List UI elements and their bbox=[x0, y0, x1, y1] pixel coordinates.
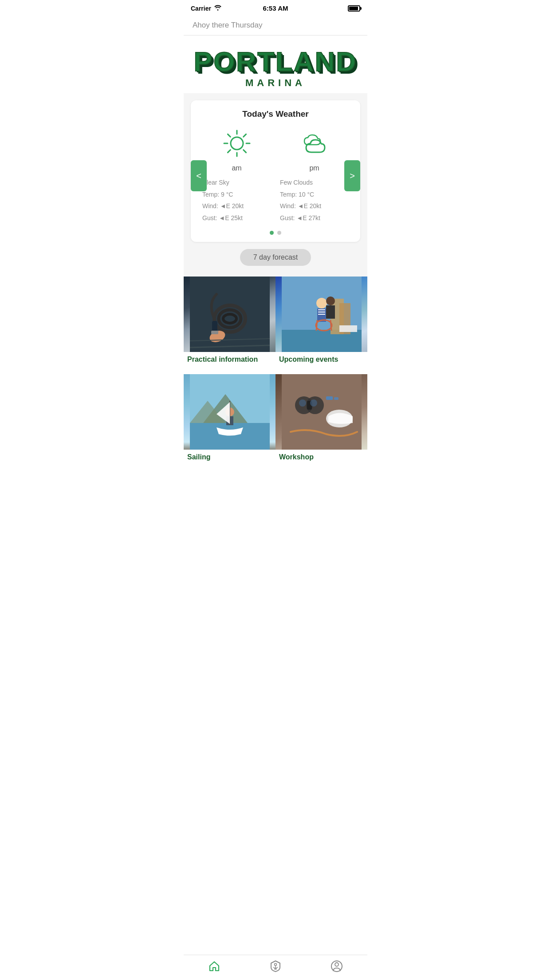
svg-point-44 bbox=[299, 399, 306, 407]
svg-line-8 bbox=[228, 150, 230, 153]
weather-panels-wrapper: < bbox=[198, 128, 353, 224]
dot-1 bbox=[270, 231, 274, 235]
weather-panels: am Clear Sky Temp: 9 °C Wind: ◄E 20kt Gu… bbox=[198, 128, 353, 224]
battery-icon bbox=[348, 5, 360, 12]
svg-line-6 bbox=[243, 150, 246, 153]
weather-pm-details: Few Clouds Temp: 10 °C Wind: ◄E 20kt Gus… bbox=[280, 177, 349, 224]
status-bar-right bbox=[348, 5, 360, 12]
weather-dots bbox=[198, 231, 353, 235]
tile-sailing[interactable]: Sailing bbox=[184, 374, 276, 472]
weather-title: Today's Weather bbox=[198, 109, 353, 119]
svg-point-45 bbox=[310, 399, 317, 407]
weather-am-wind: Wind: ◄E 20kt bbox=[202, 200, 271, 212]
weather-am-temp: Temp: 9 °C bbox=[202, 189, 271, 201]
svg-rect-14 bbox=[212, 321, 217, 332]
svg-rect-40 bbox=[282, 374, 362, 450]
cloud-icon-container bbox=[280, 128, 349, 161]
svg-rect-15 bbox=[211, 331, 218, 334]
svg-rect-36 bbox=[190, 423, 270, 450]
tile-img-sailing bbox=[184, 374, 276, 450]
forecast-button[interactable]: 7 day forecast bbox=[240, 249, 311, 266]
svg-line-29 bbox=[331, 320, 331, 331]
status-bar-left: Carrier bbox=[191, 4, 222, 12]
rope-illustration bbox=[190, 277, 270, 352]
weather-panel-am: am Clear Sky Temp: 9 °C Wind: ◄E 20kt Gu… bbox=[198, 128, 276, 224]
weather-panel-pm: pm Few Clouds Temp: 10 °C Wind: ◄E 20kt … bbox=[276, 128, 353, 224]
cloud-icon bbox=[295, 128, 335, 159]
weather-prev-button[interactable]: < bbox=[191, 160, 207, 191]
weather-pm-condition: Few Clouds bbox=[280, 177, 349, 189]
tile-label-workshop: Workshop bbox=[276, 450, 367, 466]
tile-img-workshop bbox=[276, 374, 367, 450]
status-bar-time: 6:53 AM bbox=[263, 4, 288, 12]
greeting-text: Ahoy there Thursday bbox=[193, 21, 263, 29]
wifi-icon bbox=[214, 4, 222, 12]
workshop-illustration bbox=[282, 374, 362, 450]
weather-pm-temp: Temp: 10 °C bbox=[280, 189, 349, 201]
dot-2 bbox=[277, 231, 281, 235]
tile-events[interactable]: Upcoming events bbox=[276, 277, 367, 374]
sailing-illustration bbox=[190, 374, 270, 450]
weather-pm-gust: Gust: ◄E 27kt bbox=[280, 212, 349, 224]
weather-am-details: Clear Sky Temp: 9 °C Wind: ◄E 20kt Gust:… bbox=[202, 177, 271, 224]
tiles-grid: Practical information bbox=[184, 277, 367, 472]
weather-card: Today's Weather < bbox=[191, 100, 360, 242]
logo-title: PORTLAND bbox=[193, 48, 358, 75]
tile-img-rope bbox=[184, 277, 276, 352]
status-bar: Carrier 6:53 AM bbox=[184, 0, 367, 15]
sun-icon bbox=[219, 128, 255, 159]
tile-label-practical: Practical information bbox=[184, 352, 276, 369]
forecast-button-wrap: 7 day forecast bbox=[191, 242, 360, 269]
svg-line-28 bbox=[316, 320, 317, 331]
svg-rect-48 bbox=[334, 397, 338, 400]
tile-img-events bbox=[276, 277, 367, 352]
carrier-label: Carrier bbox=[191, 5, 211, 12]
weather-pm-wind: Wind: ◄E 20kt bbox=[280, 200, 349, 212]
events-illustration bbox=[282, 277, 362, 352]
svg-point-25 bbox=[326, 296, 335, 305]
weather-next-button[interactable]: > bbox=[344, 160, 360, 191]
tile-label-sailing: Sailing bbox=[184, 450, 276, 466]
svg-point-0 bbox=[231, 137, 243, 150]
tile-workshop[interactable]: Workshop bbox=[276, 374, 367, 472]
weather-section: Today's Weather < bbox=[184, 93, 367, 277]
logo-subtitle: MARINA bbox=[193, 77, 358, 89]
weather-pm-label: pm bbox=[280, 164, 349, 172]
logo-section: PORTLAND MARINA bbox=[184, 36, 367, 93]
svg-rect-47 bbox=[326, 396, 333, 400]
svg-rect-26 bbox=[326, 305, 335, 319]
tile-label-events: Upcoming events bbox=[276, 352, 367, 369]
svg-rect-22 bbox=[339, 325, 357, 332]
weather-am-label: am bbox=[202, 164, 271, 172]
svg-line-7 bbox=[243, 134, 246, 137]
svg-line-5 bbox=[228, 134, 230, 137]
weather-am-gust: Gust: ◄E 25kt bbox=[202, 212, 271, 224]
sun-icon-container bbox=[202, 128, 271, 161]
tile-practical-info[interactable]: Practical information bbox=[184, 277, 276, 374]
svg-point-23 bbox=[316, 298, 327, 308]
greeting-bar: Ahoy there Thursday bbox=[184, 15, 367, 36]
weather-am-condition: Clear Sky bbox=[202, 177, 271, 189]
